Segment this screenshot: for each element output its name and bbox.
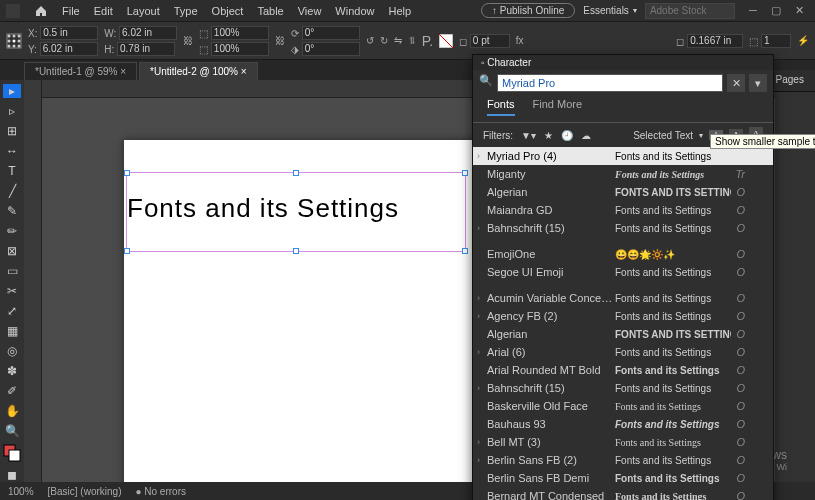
expand-caret-icon[interactable]: › bbox=[477, 347, 480, 357]
fill-swatch-icon[interactable] bbox=[439, 34, 453, 48]
reference-point-icon[interactable] bbox=[6, 33, 22, 49]
font-row[interactable]: Arial Rounded MT BoldFonts and its Setti… bbox=[473, 361, 773, 379]
expand-caret-icon[interactable]: › bbox=[477, 293, 480, 303]
font-row[interactable]: ›Bahnschrift (15)Fonts and its SettingsO bbox=[473, 379, 773, 397]
recent-filter-icon[interactable]: 🕘 bbox=[561, 130, 573, 141]
stroke-weight-field[interactable] bbox=[470, 34, 510, 48]
font-row[interactable]: ›Bahnschrift (15)Fonts and its SettingsO bbox=[473, 219, 773, 237]
resize-handle[interactable] bbox=[124, 170, 130, 176]
document-tab[interactable]: *Untitled-2 @ 100% × bbox=[139, 62, 258, 80]
pen-tool[interactable]: ✎ bbox=[3, 204, 21, 218]
free-transform-tool[interactable]: ⤢ bbox=[3, 304, 21, 318]
tab-cc-libraries[interactable]: CC Libraries bbox=[810, 70, 815, 91]
font-row[interactable]: Bauhaus 93Fonts and its SettingsO bbox=[473, 415, 773, 433]
gradient-feather-tool[interactable]: ◎ bbox=[3, 344, 21, 358]
preflight-status[interactable]: ● No errors bbox=[135, 486, 186, 497]
font-menu-dropdown-icon[interactable]: ▾ bbox=[749, 74, 767, 92]
menu-type[interactable]: Type bbox=[174, 5, 198, 17]
font-row[interactable]: Maiandra GDFonts and its SettingsO bbox=[473, 201, 773, 219]
font-row[interactable]: Berlin Sans FB DemiFonts and its Setting… bbox=[473, 469, 773, 487]
scissors-tool[interactable]: ✂ bbox=[3, 284, 21, 298]
menu-view[interactable]: View bbox=[298, 5, 322, 17]
workspace-switcher[interactable]: Essentials ▾ bbox=[583, 5, 637, 16]
close-icon[interactable]: ✕ bbox=[789, 4, 809, 17]
fx-icon[interactable]: fx bbox=[516, 35, 524, 46]
filter-funnel-icon[interactable]: ▼▾ bbox=[521, 130, 536, 141]
shear-field[interactable] bbox=[302, 42, 360, 56]
font-row[interactable]: ›Arial (6)Fonts and its SettingsO bbox=[473, 343, 773, 361]
tab-pages[interactable]: Pages bbox=[770, 70, 810, 91]
resize-handle[interactable] bbox=[293, 170, 299, 176]
eyedropper-tool[interactable]: ✐ bbox=[3, 384, 21, 398]
menu-layout[interactable]: Layout bbox=[127, 5, 160, 17]
font-row[interactable]: ›Acumin Variable Concept (91)Fonts and i… bbox=[473, 289, 773, 307]
menu-object[interactable]: Object bbox=[212, 5, 244, 17]
adobe-stock-search[interactable] bbox=[645, 3, 735, 19]
direct-selection-tool[interactable]: ▹ bbox=[3, 104, 21, 118]
hand-tool[interactable]: ✋ bbox=[3, 404, 21, 418]
corner-b-field[interactable] bbox=[761, 34, 791, 48]
minimize-icon[interactable]: ─ bbox=[743, 4, 763, 16]
w-field[interactable] bbox=[119, 26, 177, 40]
menu-help[interactable]: Help bbox=[388, 5, 411, 17]
menu-edit[interactable]: Edit bbox=[94, 5, 113, 17]
gap-tool[interactable]: ↔ bbox=[3, 144, 21, 158]
character-panel-title[interactable]: ◦ Character bbox=[473, 55, 773, 70]
h-field[interactable] bbox=[117, 42, 175, 56]
font-row[interactable]: Baskerville Old FaceFonts and its Settin… bbox=[473, 397, 773, 415]
thunder-icon[interactable]: ⚡ bbox=[797, 35, 809, 46]
font-row[interactable]: AlgerianFONTS AND ITS SETTINGSO bbox=[473, 325, 773, 343]
publish-online-button[interactable]: ↑ Publish Online bbox=[481, 3, 575, 18]
find-more-tab[interactable]: Find More bbox=[533, 98, 583, 116]
line-tool[interactable]: ╱ bbox=[3, 184, 21, 198]
menu-table[interactable]: Table bbox=[257, 5, 283, 17]
rotate-ccw-icon[interactable]: ↺ bbox=[366, 35, 374, 46]
font-row[interactable]: EmojiOne😀😄🌟🔆✨O bbox=[473, 245, 773, 263]
favorite-filter-icon[interactable]: ★ bbox=[544, 130, 553, 141]
pencil-tool[interactable]: ✏ bbox=[3, 224, 21, 238]
expand-caret-icon[interactable]: › bbox=[477, 311, 480, 321]
flip-h-icon[interactable]: ⇋ bbox=[394, 35, 402, 46]
fonts-tab[interactable]: Fonts bbox=[487, 98, 515, 116]
resize-handle[interactable] bbox=[462, 248, 468, 254]
expand-caret-icon[interactable]: › bbox=[477, 223, 480, 233]
document-tab[interactable]: *Untitled-1 @ 59% × bbox=[24, 62, 137, 80]
resize-handle[interactable] bbox=[124, 248, 130, 254]
y-field[interactable] bbox=[40, 42, 98, 56]
apply-color-icon[interactable]: ◼ bbox=[3, 468, 21, 482]
maximize-icon[interactable]: ▢ bbox=[766, 4, 786, 17]
font-row[interactable]: Segoe UI EmojiFonts and its SettingsO bbox=[473, 263, 773, 281]
paragraph-style-icon[interactable]: P. bbox=[422, 33, 433, 49]
activated-filter-icon[interactable]: ☁ bbox=[581, 130, 591, 141]
font-row[interactable]: ›Bell MT (3)Fonts and its SettingsO bbox=[473, 433, 773, 451]
zoom-tool[interactable]: 🔍 bbox=[3, 424, 21, 438]
font-list[interactable]: ›Myriad Pro (4)Fonts and its SettingsMig… bbox=[473, 147, 773, 500]
corner-a-field[interactable] bbox=[687, 34, 743, 48]
selected-text-label[interactable]: Selected Text bbox=[633, 130, 693, 141]
gradient-swatch-tool[interactable]: ▦ bbox=[3, 324, 21, 338]
expand-caret-icon[interactable]: › bbox=[477, 383, 480, 393]
font-search-input[interactable] bbox=[497, 74, 723, 92]
font-row[interactable]: Bernard MT CondensedFonts and its Settin… bbox=[473, 487, 773, 500]
rotate-field[interactable] bbox=[302, 26, 360, 40]
selection-tool[interactable]: ▸ bbox=[3, 84, 21, 98]
type-tool[interactable]: T bbox=[3, 164, 21, 178]
font-row[interactable]: ›Agency FB (2)Fonts and its SettingsO bbox=[473, 307, 773, 325]
scale-x-field[interactable] bbox=[211, 26, 269, 40]
layer-indicator[interactable]: [Basic] (working) bbox=[48, 486, 122, 497]
flip-v-icon[interactable]: ⥮ bbox=[408, 35, 416, 46]
zoom-level[interactable]: 100% bbox=[8, 486, 34, 497]
fill-stroke-icon[interactable] bbox=[3, 444, 21, 462]
page-tool[interactable]: ⊞ bbox=[3, 124, 21, 138]
chevron-down-icon[interactable]: ▾ bbox=[699, 131, 703, 140]
resize-handle[interactable] bbox=[293, 248, 299, 254]
rectangle-tool[interactable]: ▭ bbox=[3, 264, 21, 278]
expand-caret-icon[interactable]: › bbox=[477, 455, 480, 465]
font-row[interactable]: ›Myriad Pro (4)Fonts and its Settings bbox=[473, 147, 773, 165]
rotate-cw-icon[interactable]: ↻ bbox=[380, 35, 388, 46]
expand-caret-icon[interactable]: › bbox=[477, 437, 480, 447]
menu-file[interactable]: File bbox=[62, 5, 80, 17]
link-scale-icon[interactable]: ⛓ bbox=[275, 35, 285, 46]
home-icon[interactable] bbox=[34, 4, 48, 18]
text-frame[interactable]: Fonts and its Settings bbox=[126, 172, 466, 252]
